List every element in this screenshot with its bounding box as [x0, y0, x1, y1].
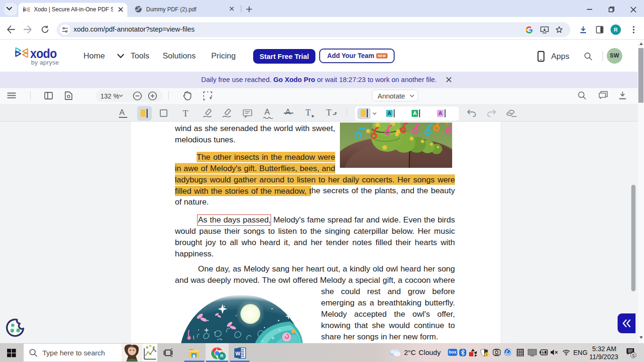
svg-text:5: 5: [632, 353, 635, 358]
svg-text:!: !: [486, 353, 487, 356]
svg-text:W: W: [235, 351, 240, 356]
